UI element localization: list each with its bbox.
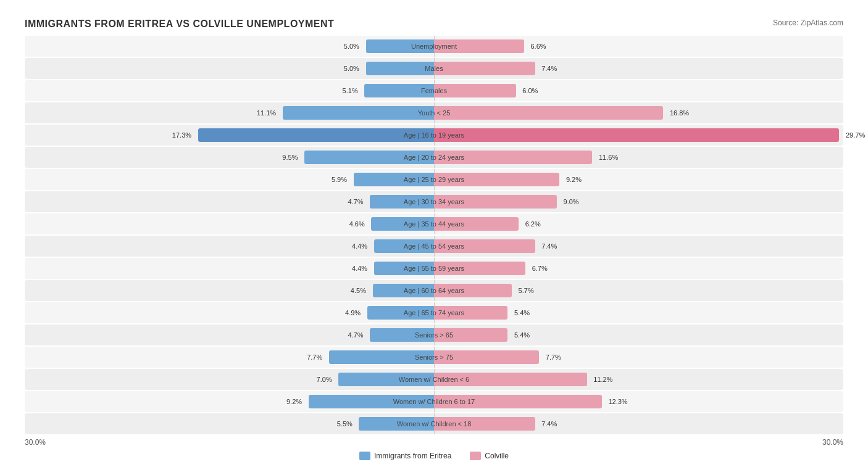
- bar-label: Age | 45 to 54 years: [404, 236, 464, 257]
- bar-right-colville: [434, 106, 663, 120]
- bar-row: 9.5%11.6%Age | 20 to 24 years: [25, 147, 843, 168]
- value-left: 11.1%: [257, 109, 278, 117]
- bar-left-eritrea: [198, 128, 434, 142]
- bar-row: 4.4%6.7%Age | 55 to 59 years: [25, 258, 843, 279]
- chart-header: IMMIGRANTS FROM ERITREA VS COLVILLE UNEM…: [25, 19, 843, 30]
- legend-label-colville: Colville: [485, 452, 509, 460]
- bar-row: 4.6%6.2%Age | 35 to 44 years: [25, 213, 843, 234]
- value-left: 5.1%: [343, 87, 361, 94]
- value-left: 5.0%: [344, 43, 362, 50]
- bar-label: Age | 16 to 19 years: [404, 125, 464, 146]
- legend: Immigrants from Eritrea Colville: [25, 452, 843, 460]
- value-right: 6.7%: [530, 265, 548, 272]
- bar-label: Age | 60 to 64 years: [404, 280, 464, 301]
- bar-row: 17.3%29.7%Age | 16 to 19 years: [25, 125, 843, 146]
- value-right: 11.2%: [591, 376, 612, 383]
- bar-label: Women w/ Children 6 to 17: [393, 391, 475, 412]
- axis-right-label: 30.0%: [822, 438, 843, 447]
- value-left: 17.3%: [172, 131, 194, 139]
- bar-label: Age | 30 to 34 years: [404, 191, 464, 212]
- bar-label: Unemployment: [411, 36, 457, 57]
- legend-swatch-pink: [470, 452, 481, 460]
- value-left: 4.6%: [349, 220, 367, 228]
- value-right: 7.4%: [539, 420, 557, 428]
- bar-row: 5.0%7.4%Males: [25, 58, 843, 79]
- bar-row: 11.1%16.8%Youth < 25: [25, 102, 843, 123]
- chart-container: IMMIGRANTS FROM ERITREA VS COLVILLE UNEM…: [12, 12, 856, 467]
- bar-label: Youth < 25: [418, 102, 451, 123]
- value-right: 7.4%: [539, 242, 557, 250]
- value-left: 4.4%: [352, 265, 370, 272]
- bar-row: 4.9%5.4%Age | 65 to 74 years: [25, 302, 843, 323]
- bar-right-colville: [434, 62, 535, 75]
- value-left: 7.0%: [317, 376, 335, 383]
- bar-label: Women w/ Children < 6: [399, 369, 469, 390]
- value-left: 4.7%: [348, 198, 365, 205]
- bar-row: 5.5%7.4%Women w/ Children < 18: [25, 413, 843, 434]
- value-right: 9.0%: [561, 198, 579, 205]
- value-left: 5.9%: [332, 176, 349, 183]
- value-left: 9.2%: [286, 398, 304, 405]
- bar-label: Age | 20 to 24 years: [404, 147, 464, 168]
- legend-label-eritrea: Immigrants from Eritrea: [374, 452, 451, 460]
- bar-row: 4.4%7.4%Age | 45 to 54 years: [25, 236, 843, 257]
- axis-left-label: 30.0%: [25, 438, 46, 447]
- bar-left-eritrea: [366, 62, 435, 75]
- value-left: 9.5%: [282, 154, 300, 161]
- value-left: 4.5%: [351, 287, 369, 294]
- value-right: 5.7%: [516, 287, 534, 294]
- value-right: 29.7%: [843, 131, 865, 139]
- bar-row: 5.1%6.0%Females: [25, 80, 843, 101]
- legend-item-colville: Colville: [470, 452, 509, 460]
- value-left: 5.0%: [344, 65, 362, 72]
- bar-label: Females: [421, 80, 447, 101]
- chart-area: 5.0%6.6%Unemployment5.0%7.4%Males5.1%6.0…: [25, 36, 843, 434]
- bar-label: Seniors > 65: [415, 324, 453, 345]
- value-right: 6.6%: [528, 43, 546, 50]
- value-right: 6.2%: [523, 220, 541, 228]
- bar-row: 4.5%5.7%Age | 60 to 64 years: [25, 280, 843, 301]
- value-right: 7.4%: [539, 65, 557, 72]
- value-right: 12.3%: [606, 398, 627, 405]
- legend-swatch-blue: [359, 452, 370, 460]
- value-right: 7.7%: [543, 353, 561, 361]
- bar-label: Women w/ Children < 18: [397, 413, 472, 434]
- bar-label: Age | 25 to 29 years: [404, 169, 464, 190]
- bar-row: 9.2%12.3%Women w/ Children 6 to 17: [25, 391, 843, 412]
- bar-label: Age | 35 to 44 years: [404, 213, 464, 234]
- bar-label: Males: [425, 58, 443, 79]
- value-right: 5.4%: [512, 309, 530, 316]
- value-left: 5.5%: [337, 420, 355, 428]
- bar-right-colville: [434, 128, 839, 142]
- value-right: 9.2%: [564, 176, 582, 183]
- axis-row: 30.0% 30.0%: [25, 438, 843, 447]
- bar-row: 4.7%9.0%Age | 30 to 34 years: [25, 191, 843, 212]
- bar-row: 5.0%6.6%Unemployment: [25, 36, 843, 57]
- chart-source: Source: ZipAtlas.com: [773, 19, 843, 27]
- value-right: 11.6%: [596, 154, 618, 161]
- bar-row: 5.9%9.2%Age | 25 to 29 years: [25, 169, 843, 190]
- value-right: 5.4%: [512, 331, 530, 339]
- value-right: 16.8%: [667, 109, 689, 117]
- bar-label: Age | 65 to 74 years: [404, 302, 464, 323]
- bar-row: 7.0%11.2%Women w/ Children < 6: [25, 369, 843, 390]
- value-left: 4.9%: [345, 309, 363, 316]
- bar-label: Seniors > 75: [415, 347, 453, 368]
- value-left: 4.7%: [348, 331, 365, 339]
- value-right: 6.0%: [520, 87, 538, 94]
- value-left: 7.7%: [307, 353, 325, 361]
- bar-row: 4.7%5.4%Seniors > 65: [25, 324, 843, 345]
- value-left: 4.4%: [352, 242, 370, 250]
- chart-title: IMMIGRANTS FROM ERITREA VS COLVILLE UNEM…: [25, 19, 334, 30]
- bar-left-eritrea: [283, 106, 434, 120]
- bar-label: Age | 55 to 59 years: [404, 258, 464, 279]
- bar-row: 7.7%7.7%Seniors > 75: [25, 347, 843, 368]
- legend-item-eritrea: Immigrants from Eritrea: [359, 452, 451, 460]
